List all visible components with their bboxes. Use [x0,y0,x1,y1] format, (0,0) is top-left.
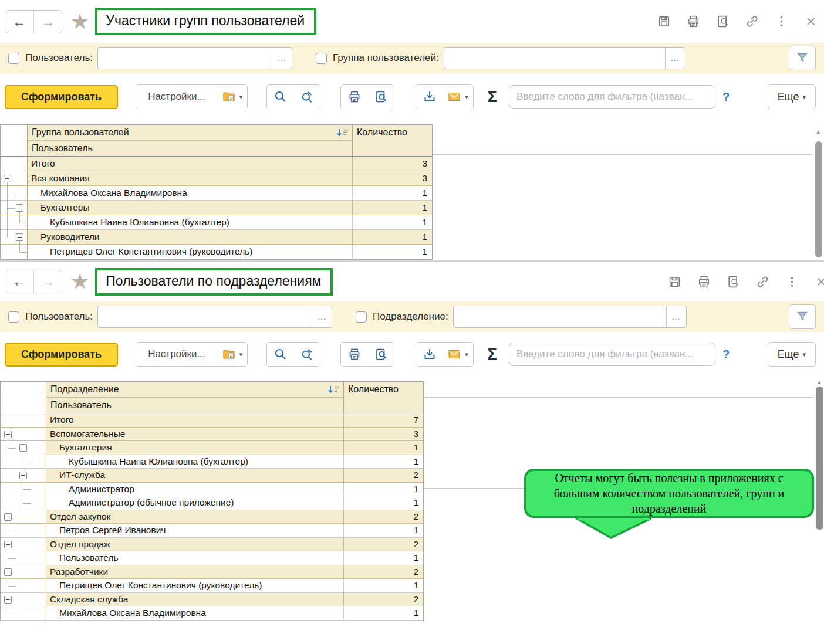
table-row[interactable]: Отдел закупок2 [1,510,423,524]
user-filter-checkbox[interactable] [8,53,19,64]
user-filter-input[interactable]: ... [97,306,332,328]
tree-collapse-toggle[interactable] [4,513,12,521]
table-row[interactable]: Вспомогательные3 [1,428,423,442]
link-icon[interactable] [744,14,759,29]
find-next-button[interactable] [293,85,320,109]
more-button[interactable]: Еще▾ [768,84,816,109]
table-row[interactable]: Бухгалтеры1 [1,201,432,215]
table-row[interactable]: Руководители1 [1,230,432,245]
quick-filter-input[interactable] [509,85,715,109]
generate-button[interactable]: Сформировать [5,85,118,109]
print-button[interactable] [341,85,367,109]
sigma-totals-button[interactable]: Σ [488,345,497,364]
save-file-button[interactable] [416,85,443,109]
sort-descending-icon[interactable] [336,128,350,140]
print-preview-icon[interactable] [725,274,741,289]
browse-button[interactable]: ... [312,306,332,327]
sigma-totals-button[interactable]: Σ [488,88,497,106]
send-mail-button[interactable]: ▾ [443,343,473,366]
close-icon[interactable] [803,14,818,29]
more-button[interactable]: Еще▾ [768,342,816,367]
tree-collapse-toggle[interactable] [4,568,12,576]
print-icon[interactable] [685,14,701,29]
close-icon[interactable] [813,274,824,289]
user-filter-input[interactable]: ... [97,47,292,69]
save-icon[interactable] [656,14,671,29]
report-window-users-by-department: ← → ★ Пользователи по подразделениям Пол… [0,260,824,644]
table-row[interactable]: Складская служба2 [1,593,423,607]
row-label: ИТ-служба [46,469,344,482]
table-row[interactable]: Пользователь1 [1,551,423,565]
sort-descending-icon[interactable] [327,385,341,397]
table-row[interactable]: Петрищев Олег Константинович (руководите… [1,245,432,259]
generate-button[interactable]: Сформировать [5,343,118,367]
back-button[interactable]: ← [5,270,33,293]
find-button[interactable] [267,85,293,109]
table-row[interactable]: Кубышкина Наина Юлиановна (бухгалтер)1 [1,215,432,230]
group-filter-checkbox[interactable] [316,53,327,64]
print-button[interactable] [341,343,367,366]
browse-button[interactable]: ... [666,306,686,327]
browse-button[interactable]: ... [665,48,685,69]
browse-button[interactable]: ... [272,48,292,69]
more-dots-icon[interactable] [774,14,789,29]
table-row[interactable]: Бухгалтерия1 [1,441,423,455]
link-icon[interactable] [755,274,770,289]
save-icon[interactable] [667,274,682,289]
help-button[interactable]: ? [722,348,730,361]
print-preview-button[interactable] [367,85,394,109]
find-button[interactable] [267,343,293,366]
row-label: Вся компания [28,171,353,185]
settings-button[interactable]: Настройки... [136,343,217,366]
table-row[interactable]: Вся компания3 [1,171,432,186]
table-row[interactable]: Петрищев Олег Константинович (руководите… [1,579,423,593]
save-file-button[interactable] [416,343,443,366]
table-row[interactable]: Кубышкина Наина Юлиановна (бухгалтер)1 [1,455,423,469]
table-row[interactable]: ИТ-служба2 [1,469,423,483]
favorite-star-icon[interactable]: ★ [70,271,89,292]
table-row[interactable]: Администратор1 [1,483,423,497]
table-row[interactable]: Михайлова Оксана Владимировна1 [1,186,432,201]
find-next-button[interactable] [293,343,320,366]
help-button[interactable]: ? [722,90,730,104]
table-row[interactable]: Михайлова Оксана Владимировна1 [1,606,423,621]
table-row[interactable]: Разработчики2 [1,565,423,579]
tree-collapse-toggle[interactable] [4,596,12,604]
row-count: 2 [344,538,423,551]
group-filter-input[interactable]: ... [444,47,685,69]
quick-filter-input[interactable] [509,343,715,366]
tree-collapse-toggle[interactable] [16,204,23,212]
print-preview-button[interactable] [367,343,394,366]
report-variants-button[interactable]: ▾ [217,343,248,366]
vertical-scrollbar[interactable] [815,141,822,257]
filter-funnel-button[interactable] [789,46,816,70]
tree-collapse-toggle[interactable] [4,175,11,182]
forward-button[interactable]: → [33,11,62,33]
scroll-up-arrow[interactable]: ▲ [816,379,822,385]
department-filter-checkbox[interactable] [356,311,367,323]
department-filter-input[interactable]: ... [453,306,687,328]
table-row[interactable]: Петров Сергей Иванович1 [1,524,423,538]
settings-button[interactable]: Настройки... [136,85,217,109]
print-preview-icon[interactable] [715,14,730,29]
filter-funnel-button[interactable] [789,304,816,329]
table-row[interactable]: Итого7 [1,413,423,428]
back-button[interactable]: ← [5,11,33,33]
send-mail-button[interactable]: ▾ [443,85,473,109]
tree-collapse-toggle[interactable] [4,541,12,548]
table-row[interactable]: Итого3 [1,157,432,171]
tree-collapse-toggle[interactable] [19,444,27,452]
tree-collapse-toggle[interactable] [4,431,12,438]
user-filter-checkbox[interactable] [8,311,19,323]
vertical-scrollbar[interactable] [816,387,823,530]
tree-collapse-toggle[interactable] [19,472,27,479]
table-row[interactable]: Отдел продаж2 [1,538,423,552]
report-variants-button[interactable]: ▾ [217,85,248,109]
more-dots-icon[interactable] [784,274,799,289]
forward-button[interactable]: → [33,270,62,293]
tree-collapse-toggle[interactable] [16,233,23,241]
print-icon[interactable] [696,274,711,289]
scroll-up-arrow[interactable]: ▲ [815,128,821,135]
favorite-star-icon[interactable]: ★ [70,11,89,32]
table-row[interactable]: Администратор (обычное приложение)1 [1,496,423,510]
